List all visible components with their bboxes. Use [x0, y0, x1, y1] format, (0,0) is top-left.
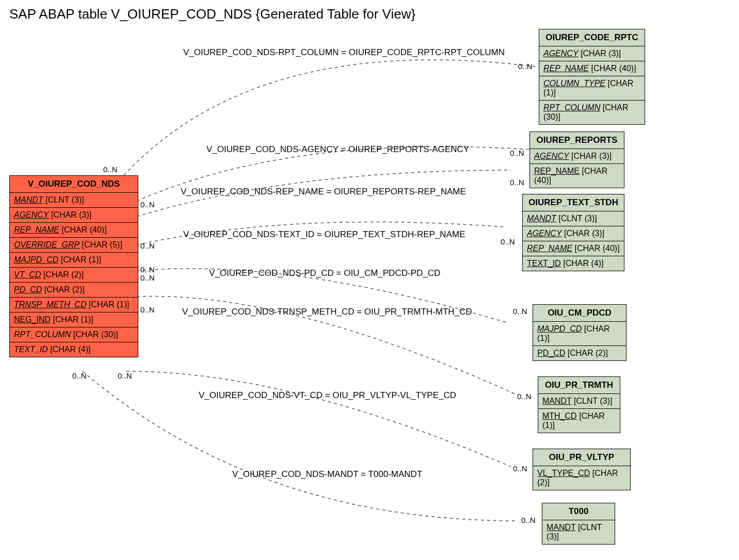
rptc-rep-name: REP_NAME [CHAR (40)]	[539, 61, 645, 76]
rel-label-mandt: V_OIUREP_COD_NDS-MANDT = T000-MANDT	[232, 469, 422, 480]
entity-trmth-header: OIU_PR_TRMTH	[538, 377, 620, 394]
field-majpd-cd: MAJPD_CD [CHAR (1)]	[10, 253, 138, 268]
vltyp-vl-type-cd: VL_TYPE_CD [CHAR (2)]	[533, 466, 630, 490]
reports-agency: AGENCY [CHAR (3)]	[530, 149, 624, 164]
trmth-mth-cd: MTH_CD [CHAR (1)]	[538, 409, 620, 433]
entity-trmth: OIU_PR_TRMTH MANDT [CLNT (3)] MTH_CD [CH…	[538, 376, 620, 433]
card-main-b2: 0..N	[72, 371, 87, 380]
rel-label-agency: V_OIUREP_COD_NDS-AGENCY = OIUREP_REPORTS…	[206, 144, 469, 155]
rptc-column-type: COLUMN_TYPE [CHAR (1)]	[539, 76, 645, 101]
field-rpt-column: RPT_COLUMN [CHAR (30)]	[10, 327, 138, 342]
card-rptc: 0..N	[518, 62, 533, 71]
entity-rptc: OIUREP_CODE_RPTC AGENCY [CHAR (3)] REP_N…	[539, 29, 645, 125]
entity-t000: T000 MANDT [CLNT (3)]	[542, 503, 615, 545]
rel-label-trnsp-meth-cd: V_OIUREP_COD_NDS-TRNSP_METH_CD = OIU_PR_…	[182, 307, 472, 317]
rel-label-vt-cd: V_OIUREP_COD_NDS-VT_CD = OIU_PR_VLTYP-VL…	[199, 390, 456, 401]
rptc-rpt-column: RPT_COLUMN [CHAR (30)]	[539, 101, 645, 124]
diagram-title: SAP ABAP table V_OIUREP_COD_NDS {Generat…	[9, 6, 415, 22]
t000-mandt: MANDT [CLNT (3)]	[542, 520, 615, 544]
entity-stdh: OIUREP_TEXT_STDH MANDT [CLNT (3)] AGENCY…	[522, 194, 624, 271]
card-main-r6: 0..N	[140, 305, 155, 314]
entity-vltyp-header: OIU_PR_VLTYP	[533, 449, 630, 466]
entity-reports: OIUREP_REPORTS AGENCY [CHAR (3)] REP_NAM…	[529, 131, 624, 188]
card-main-r5: 0..N	[140, 273, 155, 282]
stdh-rep-name: REP_NAME [CHAR (40)]	[523, 241, 624, 256]
entity-t000-header: T000	[542, 503, 615, 520]
card-reports-1: 0..N	[510, 149, 524, 157]
card-trmth: 0..N	[517, 392, 532, 401]
card-t000: 0..N	[521, 516, 536, 524]
stdh-mandt: MANDT [CLNT (3)]	[523, 211, 624, 226]
field-text-id: TEXT_ID [CHAR (4)]	[10, 342, 138, 357]
entity-main-header: V_OIUREP_COD_NDS	[10, 176, 138, 193]
rel-label-rpt-column: V_OIUREP_COD_NDS-RPT_COLUMN = OIUREP_COD…	[183, 47, 505, 58]
card-pdcd: 0..N	[513, 307, 527, 316]
rptc-agency: AGENCY [CHAR (3)]	[539, 46, 645, 61]
card-main-b1: 0..N	[118, 371, 132, 380]
pdcd-pd-cd: PD_CD [CHAR (2)]	[533, 346, 626, 360]
card-main-r2: 0..N	[140, 200, 155, 209]
card-main-r3: 0..N	[140, 241, 155, 250]
field-agency: AGENCY [CHAR (3)]	[10, 208, 138, 223]
card-main-r4: 0..N	[140, 265, 155, 274]
rel-label-rep-name: V_OIUREP_COD_NDS-REP_NAME = OIUREP_REPOR…	[181, 187, 466, 197]
field-neg-ind: NEG_IND [CHAR (1)]	[10, 312, 138, 327]
trmth-mandt: MANDT [CLNT (3)]	[538, 394, 620, 409]
entity-rptc-header: OIUREP_CODE_RPTC	[539, 29, 645, 46]
field-rep-name: REP_NAME [CHAR (40)]	[10, 223, 138, 238]
rel-label-text-id: V_OIUREP_COD_NDS-TEXT_ID = OIUREP_TEXT_S…	[183, 229, 465, 240]
field-trnsp-meth-cd: TRNSP_METH_CD [CHAR (1)]	[10, 298, 138, 312]
reports-rep-name: REP_NAME [CHAR (40)]	[530, 164, 624, 188]
field-override-grp: OVERRIDE_GRP [CHAR (5)]	[10, 238, 138, 253]
field-mandt: MANDT [CLNT (3)]	[10, 193, 138, 208]
stdh-agency: AGENCY [CHAR (3)]	[523, 226, 624, 241]
field-pd-cd: PD_CD [CHAR (2)]	[10, 283, 138, 298]
card-reports-2: 0..N	[510, 178, 524, 187]
stdh-text-id: TEXT_ID [CHAR (4)]	[523, 256, 624, 271]
pdcd-majpd-cd: MAJPD_CD [CHAR (1)]	[533, 322, 626, 346]
field-vt-cd: VT_CD [CHAR (2)]	[10, 268, 138, 283]
entity-main: V_OIUREP_COD_NDS MANDT [CLNT (3)] AGENCY…	[9, 175, 138, 357]
card-vltyp: 0..N	[513, 464, 527, 473]
entity-pdcd: OIU_CM_PDCD MAJPD_CD [CHAR (1)] PD_CD [C…	[533, 304, 626, 361]
card-stdh: 0..N	[501, 237, 515, 246]
entity-reports-header: OIUREP_REPORTS	[530, 132, 624, 149]
entity-vltyp: OIU_PR_VLTYP VL_TYPE_CD [CHAR (2)]	[533, 449, 631, 490]
card-main-top: 0..N	[103, 165, 118, 174]
entity-pdcd-header: OIU_CM_PDCD	[533, 305, 626, 322]
entity-stdh-header: OIUREP_TEXT_STDH	[523, 194, 624, 211]
rel-label-pd-cd: V_OIUREP_COD_NDS-PD_CD = OIU_CM_PDCD-PD_…	[209, 268, 440, 278]
